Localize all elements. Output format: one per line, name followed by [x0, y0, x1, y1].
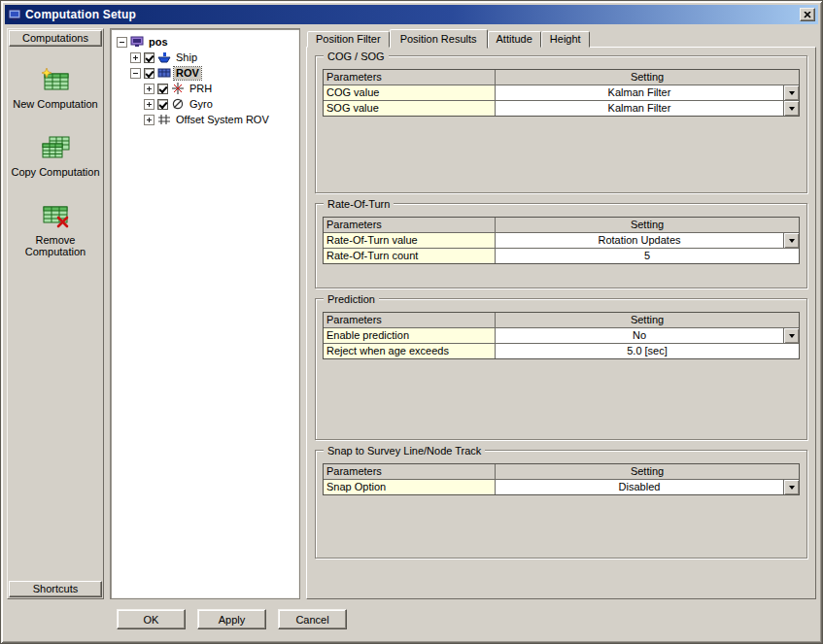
gyro-icon	[171, 98, 185, 110]
tab-position-results[interactable]: Position Results	[390, 29, 488, 49]
tree-node-label: Gyro	[188, 98, 215, 111]
computations-panel: Computations New Computation	[7, 28, 104, 599]
param-cell: Snap Option	[324, 480, 495, 494]
param-cell: COG value	[324, 85, 495, 100]
group-rate-of-turn: Rate-Of-Turn Parameters Setting Rate-Of-…	[315, 203, 807, 288]
tab-attitude[interactable]: Attitude	[488, 31, 541, 48]
group-title: COG / SOG	[324, 51, 389, 62]
dropdown-arrow-icon[interactable]	[783, 328, 799, 343]
param-cell: Reject when age exceeds	[324, 344, 495, 358]
shortcuts-bar-button[interactable]: Shortcuts	[9, 581, 102, 597]
reject-age-field[interactable]: 5.0 [sec]	[496, 344, 799, 358]
tab-position-filter[interactable]: Position Filter	[307, 31, 390, 48]
tree-node-pos[interactable]: pos	[113, 34, 297, 50]
tab-strip: Position Filter Position Results Attitud…	[306, 28, 816, 48]
expand-icon[interactable]	[144, 115, 154, 125]
remove-computation-label: Remove Computation	[10, 234, 101, 257]
rate-of-turn-count-field[interactable]: 5	[496, 249, 799, 263]
position-results-page: COG / SOG Parameters Setting COG value K…	[306, 47, 816, 599]
copy-computation-label: Copy Computation	[11, 166, 99, 178]
cog-value-dropdown[interactable]: Kalman Filter	[496, 85, 799, 100]
dropdown-value: No	[496, 328, 783, 343]
computations-bar-button[interactable]: Computations	[9, 30, 102, 47]
apply-button[interactable]: Apply	[197, 609, 266, 629]
prediction-table: Parameters Setting Enable prediction No …	[323, 312, 800, 359]
new-computation-icon	[40, 67, 71, 95]
dialog-body: Computations New Computation	[4, 28, 819, 599]
cancel-button[interactable]: Cancel	[278, 609, 347, 629]
tree-node-rov[interactable]: ROV	[113, 65, 297, 81]
param-cell: Rate-Of-Turn count	[324, 249, 495, 263]
dropdown-value: Disabled	[496, 480, 783, 494]
dropdown-value: Kalman Filter	[496, 101, 783, 116]
computations-button-area: New Computation Copy Computation	[8, 48, 103, 580]
copy-computation-button[interactable]: Copy Computation	[10, 135, 101, 178]
snap-table: Parameters Setting Snap Option Disabled	[323, 463, 800, 495]
tree-node-prh[interactable]: PRH	[113, 81, 297, 96]
tree-node-label: Offset System ROV	[174, 114, 271, 126]
app-icon	[8, 8, 21, 21]
pos-icon	[130, 36, 144, 48]
expand-icon[interactable]	[144, 99, 154, 110]
tree-node-ship[interactable]: Ship	[113, 50, 297, 65]
remove-computation-icon	[40, 203, 71, 231]
tree-node-label: Ship	[174, 51, 199, 64]
parameters-header: Parameters	[324, 218, 495, 232]
remove-computation-button[interactable]: Remove Computation	[10, 203, 101, 257]
parameters-header: Parameters	[324, 313, 495, 327]
setting-header: Setting	[496, 218, 799, 232]
snap-option-dropdown[interactable]: Disabled	[496, 480, 799, 494]
tab-height[interactable]: Height	[541, 31, 590, 48]
offset-system-icon	[157, 114, 171, 125]
close-button[interactable]	[800, 8, 815, 21]
rate-of-turn-table: Parameters Setting Rate-Of-Turn value Ro…	[323, 217, 800, 264]
copy-computation-icon	[40, 135, 71, 163]
tree-node-label: ROV	[174, 67, 201, 80]
tree-node-label: pos	[147, 36, 170, 49]
close-icon	[804, 12, 811, 18]
dropdown-arrow-icon[interactable]	[783, 233, 799, 248]
dropdown-value: Kalman Filter	[496, 85, 783, 100]
param-cell: SOG value	[324, 101, 495, 116]
setting-header: Setting	[496, 313, 799, 327]
tree-node-offset-system-rov[interactable]: Offset System ROV	[113, 112, 297, 127]
settings-panel: Position Filter Position Results Attitud…	[306, 28, 816, 599]
rov-icon	[157, 67, 171, 79]
dropdown-arrow-icon[interactable]	[783, 480, 799, 494]
dropdown-value: Rotation Updates	[496, 233, 783, 248]
group-title: Rate-Of-Turn	[324, 198, 394, 210]
expand-icon[interactable]	[130, 52, 141, 63]
titlebar: Computation Setup	[5, 5, 818, 24]
setting-header: Setting	[496, 70, 799, 85]
new-computation-button[interactable]: New Computation	[10, 67, 101, 110]
ship-checkbox[interactable]	[144, 52, 154, 63]
dropdown-arrow-icon[interactable]	[783, 85, 799, 100]
parameters-header: Parameters	[324, 464, 495, 479]
ok-button[interactable]: OK	[117, 609, 186, 629]
dialog-footer: OK Apply Cancel	[117, 609, 819, 629]
tree-node-gyro[interactable]: Gyro	[113, 96, 297, 112]
ship-icon	[157, 51, 171, 63]
group-cog-sog: COG / SOG Parameters Setting COG value K…	[315, 55, 807, 193]
new-computation-label: New Computation	[13, 98, 97, 110]
collapse-icon[interactable]	[117, 37, 127, 48]
computation-setup-window: Computation Setup Computations	[0, 0, 823, 644]
prh-checkbox[interactable]	[157, 84, 168, 94]
cog-sog-table: Parameters Setting COG value Kalman Filt…	[323, 69, 800, 117]
gyro-checkbox[interactable]	[157, 99, 168, 110]
computation-tree: pos Ship	[110, 28, 300, 599]
enable-prediction-dropdown[interactable]: No	[496, 328, 799, 343]
expand-icon[interactable]	[144, 84, 154, 94]
rov-checkbox[interactable]	[144, 68, 154, 79]
group-title: Prediction	[324, 293, 379, 305]
sog-value-dropdown[interactable]: Kalman Filter	[496, 101, 799, 116]
dropdown-arrow-icon[interactable]	[783, 101, 799, 116]
tree-node-label: PRH	[188, 83, 214, 95]
rate-of-turn-value-dropdown[interactable]: Rotation Updates	[496, 233, 799, 248]
group-snap-track: Snap to Survey Line/Node Track Parameter…	[315, 450, 807, 559]
prh-icon	[171, 83, 185, 94]
setting-header: Setting	[496, 464, 799, 479]
group-prediction: Prediction Parameters Setting Enable pre…	[315, 298, 807, 440]
param-cell: Enable prediction	[324, 328, 495, 343]
collapse-icon[interactable]	[130, 68, 141, 79]
